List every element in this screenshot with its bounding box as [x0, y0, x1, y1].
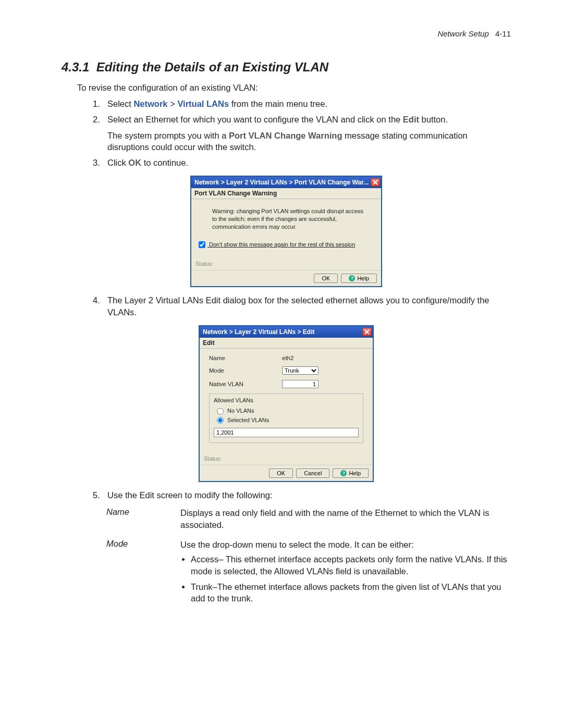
- step-number: 3.: [93, 157, 100, 168]
- help-icon: ?: [349, 275, 355, 281]
- help-button-label: Help: [349, 470, 361, 476]
- def-mode-text: Use the drop-down menu to select the mod…: [180, 540, 414, 549]
- def-name-body: Displays a read only field and with the …: [180, 507, 511, 530]
- vlan-edit-dialog: Network > Layer 2 Virtual LANs > Edit Ed…: [199, 325, 374, 482]
- step-1: 1. Select Network > Virtual LANs from th…: [93, 98, 511, 109]
- step-text-pre: Click: [107, 158, 128, 167]
- native-vlan-label: Native VLAN: [209, 381, 282, 387]
- help-button[interactable]: ?Help: [333, 468, 369, 478]
- help-icon: ?: [340, 470, 347, 476]
- intro-text: To revise the configuration of an existi…: [77, 83, 511, 93]
- dialog-titlebar: Network > Layer 2 Virtual LANs > Edit: [200, 326, 373, 338]
- def-mode-term: Mode: [106, 539, 180, 608]
- step-5: 5. Use the Edit screen to modify the fol…: [93, 489, 511, 501]
- step-2: 2. Select an Ethernet for which you want…: [93, 114, 511, 153]
- step-text-pre: Select: [107, 99, 133, 108]
- menu-virtual-lans: Virtual LANs: [177, 99, 229, 108]
- status-label: Status:: [191, 251, 381, 270]
- dialog-subhead: Port VLAN Change Warning: [191, 188, 381, 199]
- step-4: 4. The Layer 2 Virtual LANs Edit dialog …: [93, 294, 511, 318]
- gt-sep: >: [168, 99, 178, 108]
- step-text-post: to continue.: [141, 158, 188, 167]
- mode-row: Mode Trunk: [209, 366, 363, 375]
- step-text-post: from the main menu tree.: [229, 99, 327, 108]
- edit-form: Name eth2 Mode Trunk Native VLAN: [200, 349, 373, 446]
- def-name-term: Name: [106, 507, 180, 530]
- step-2-sub: The system prompts you with a Port VLAN …: [107, 130, 511, 153]
- step-text: Use the Edit screen to modify the follow…: [107, 490, 272, 500]
- help-button[interactable]: ?Help: [341, 274, 377, 283]
- mode-select[interactable]: Trunk: [282, 366, 319, 375]
- dialog-button-row: OK Cancel ?Help: [200, 465, 373, 481]
- help-button-label: Help: [357, 275, 369, 281]
- selected-vlans-label: Selected VLANs: [227, 417, 269, 423]
- name-value: eth2: [282, 355, 363, 361]
- ok-button-label: OK: [277, 470, 285, 476]
- header-chapter: Network Setup: [437, 29, 493, 38]
- sub-pre: The system prompts you with a: [107, 131, 229, 140]
- step-3: 3. Click OK to continue.: [93, 157, 511, 168]
- dialog-titlebar: Network > Layer 2 Virtual LANs > Port VL…: [191, 177, 381, 188]
- edit-button-ref: Edit: [403, 115, 419, 124]
- step-number: 4.: [93, 294, 100, 306]
- step-number: 5.: [93, 489, 100, 501]
- def-mode-bullets: Access– This ethernet interface accepts …: [191, 553, 511, 604]
- name-label: Name: [209, 355, 282, 361]
- section-number: 4.3.1: [62, 60, 89, 74]
- no-vlans-label: No VLANs: [227, 408, 254, 414]
- ok-button[interactable]: OK: [269, 468, 293, 478]
- ok-button-label: OK: [322, 275, 330, 281]
- def-mode-row: Mode Use the drop-down menu to select th…: [106, 539, 511, 608]
- def-mode-bullet-trunk: Trunk–The ethernet interface allows pack…: [191, 581, 511, 604]
- dialog-title: Network > Layer 2 Virtual LANs > Port VL…: [194, 179, 371, 186]
- dont-show-label: Don't show this message again for the re…: [209, 241, 355, 248]
- def-name-row: Name Displays a read only field and with…: [106, 507, 511, 530]
- selected-vlans-radio[interactable]: [217, 417, 224, 424]
- cancel-button-label: Cancel: [304, 470, 322, 476]
- dialog-button-row: OK ?Help: [191, 270, 381, 286]
- def-mode-body: Use the drop-down menu to select the mod…: [180, 539, 511, 608]
- definitions: Name Displays a read only field and with…: [106, 507, 511, 608]
- step-text-post: button.: [419, 115, 448, 124]
- allowed-vlans-title: Allowed VLANs: [214, 397, 359, 403]
- dont-show-checkbox[interactable]: [199, 241, 205, 248]
- name-row: Name eth2: [209, 355, 363, 361]
- ok-button-ref: OK: [128, 158, 141, 167]
- port-vlan-warning-dialog: Network > Layer 2 Virtual LANs > Port VL…: [190, 176, 382, 287]
- section-title: Editing the Details of an Existing VLAN: [96, 60, 328, 74]
- figure-edit-dialog: Network > Layer 2 Virtual LANs > Edit Ed…: [62, 325, 511, 482]
- cancel-button[interactable]: Cancel: [296, 468, 329, 478]
- section-heading: 4.3.1 Editing the Details of an Existing…: [62, 60, 511, 75]
- step-text-pre: Select an Ethernet for which you want to…: [107, 115, 403, 124]
- step-number: 1.: [93, 98, 100, 109]
- close-icon[interactable]: [362, 328, 372, 336]
- steps-list-cont: 4. The Layer 2 Virtual LANs Edit dialog …: [93, 294, 511, 318]
- def-mode-bullet-access: Access– This ethernet interface accepts …: [191, 553, 511, 577]
- dialog-title: Network > Layer 2 Virtual LANs > Edit: [203, 328, 362, 336]
- close-icon[interactable]: [371, 178, 380, 187]
- step-number: 2.: [93, 114, 100, 125]
- status-label: Status:: [200, 446, 373, 465]
- document-page: Network Setup 4-11 4.3.1 Editing the Det…: [0, 0, 563, 637]
- no-vlans-radio[interactable]: [217, 408, 224, 415]
- no-vlans-row: No VLANs: [214, 406, 359, 416]
- allowed-vlans-group: Allowed VLANs No VLANs Selected VLANs: [209, 393, 363, 443]
- native-vlan-row: Native VLAN: [209, 380, 363, 388]
- page-header: Network Setup 4-11: [62, 29, 511, 38]
- figure-warning-dialog: Network > Layer 2 Virtual LANs > Port VL…: [62, 176, 511, 287]
- dialog-subhead: Edit: [200, 338, 373, 349]
- header-page-number: 4-11: [495, 29, 511, 38]
- menu-network: Network: [133, 99, 167, 108]
- mode-label: Mode: [209, 367, 282, 374]
- step-text: The Layer 2 Virtual LANs Edit dialog box…: [107, 295, 489, 316]
- steps-list: 1. Select Network > Virtual LANs from th…: [93, 98, 511, 168]
- dont-show-row: Don't show this message again for the re…: [191, 235, 381, 252]
- allowed-vlans-input[interactable]: [214, 428, 359, 437]
- native-vlan-input[interactable]: [282, 380, 319, 388]
- dialog-body-text: Warning: changing Port VLAN settings cou…: [191, 199, 381, 235]
- selected-vlans-row: Selected VLANs: [214, 416, 359, 425]
- steps-list-cont2: 5. Use the Edit screen to modify the fol…: [93, 489, 511, 501]
- ok-button[interactable]: OK: [314, 274, 338, 283]
- warning-name: Port VLAN Change Warning: [229, 131, 342, 140]
